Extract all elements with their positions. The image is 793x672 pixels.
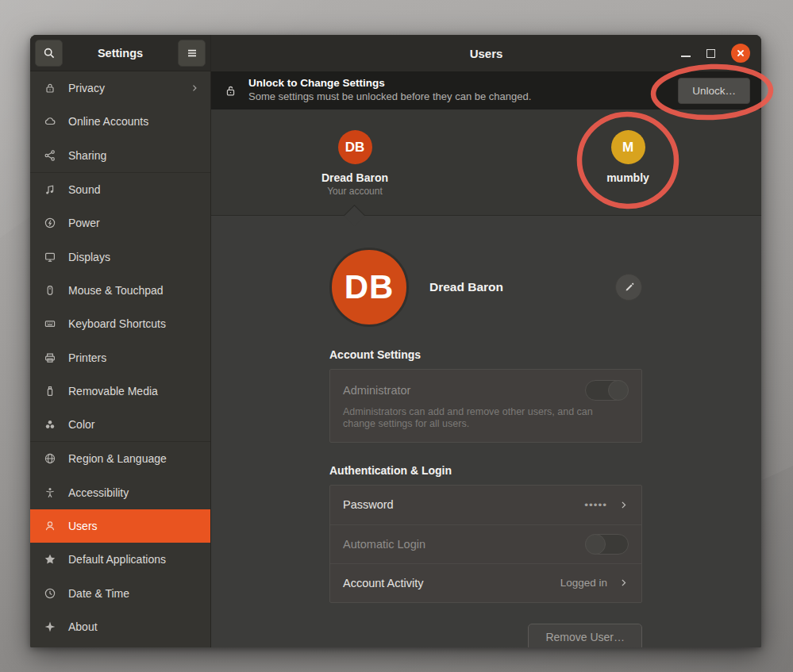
maximize-button[interactable] (706, 49, 715, 58)
minimize-button[interactable] (681, 56, 691, 57)
account-activity-label: Account Activity (343, 577, 424, 589)
hamburger-icon (186, 47, 198, 60)
profile-row: DB Dread Baron (329, 248, 642, 327)
administrator-label: Administrator (343, 384, 410, 397)
settings-window: Settings Privacy (30, 35, 761, 647)
clock-icon (43, 586, 56, 600)
desktop-background: Settings Privacy (0, 0, 793, 672)
keyboard-icon (43, 317, 56, 331)
administrator-row: Administrator Administrators can add and… (330, 370, 641, 442)
sidebar-item-sharing[interactable]: Sharing (30, 139, 210, 172)
users-icon (43, 520, 56, 533)
user-subtitle: Your account (303, 186, 406, 197)
search-button[interactable] (35, 40, 63, 67)
password-label: Password (343, 498, 394, 511)
sidebar-item-privacy[interactable]: Privacy (30, 71, 210, 105)
sidebar-item-removable-media[interactable]: Removable Media (30, 374, 210, 408)
banner-title: Unlock to Change Settings (248, 77, 678, 90)
administrator-description: Administrators can add and remove other … (343, 406, 605, 431)
sidebar-item-power[interactable]: Power (30, 206, 210, 240)
user-carousel: DB Dread Baron Your account M mumbly (211, 109, 761, 216)
sidebar-item-users[interactable]: Users (30, 509, 210, 543)
account-activity-value: Logged in (560, 577, 607, 589)
sidebar-item-keyboard-shortcuts[interactable]: Keyboard Shortcuts (30, 307, 210, 340)
sidebar: Settings Privacy (30, 35, 211, 647)
user-name: Dread Baron (303, 171, 406, 184)
app-title: Settings (63, 47, 178, 60)
remove-user-row: Remove User… (329, 624, 642, 648)
account-activity-row[interactable]: Account Activity Logged in (330, 563, 641, 602)
sidebar-item-displays[interactable]: Displays (30, 240, 210, 273)
lock-icon (43, 82, 56, 95)
sparkle-icon (43, 620, 56, 633)
auth-login-card: Password ••••• Automatic Login Account A… (329, 485, 642, 603)
profile-avatar[interactable]: DB (329, 248, 409, 327)
profile-name: Dread Baron (429, 280, 503, 294)
sidebar-item-about[interactable]: About (30, 610, 210, 643)
mouse-icon (43, 283, 56, 297)
accessibility-icon (43, 486, 56, 499)
user-card-mumbly[interactable]: M mumbly (576, 130, 679, 184)
auth-login-heading: Authentication & Login (329, 464, 642, 477)
user-name: mumbly (576, 171, 679, 184)
sidebar-list: Privacy Online Accounts (30, 71, 210, 647)
sidebar-item-mouse-touchpad[interactable]: Mouse & Touchpad (30, 274, 210, 307)
banner-texts: Unlock to Change Settings Some settings … (248, 77, 678, 103)
automatic-login-toggle[interactable] (585, 534, 629, 555)
users-panel: Users (211, 35, 761, 647)
password-dots: ••••• (584, 499, 607, 511)
user-card-dread-baron[interactable]: DB Dread Baron Your account (303, 130, 406, 197)
sidebar-item-date-time[interactable]: Date & Time (30, 576, 210, 609)
user-details: DB Dread Baron Account Settings (211, 216, 761, 647)
music-note-icon (43, 183, 56, 197)
window-controls (681, 35, 750, 71)
account-settings-card: Administrator Administrators can add and… (329, 369, 642, 443)
lock-icon (224, 84, 237, 98)
sidebar-item-accessibility[interactable]: Accessibility (30, 476, 210, 509)
avatar: DB (338, 130, 372, 164)
display-icon (43, 250, 56, 263)
avatar: M (611, 130, 645, 164)
sidebar-item-online-accounts[interactable]: Online Accounts (30, 105, 210, 138)
account-settings-heading: Account Settings (329, 348, 642, 361)
edit-name-button[interactable] (615, 274, 642, 301)
page-title: Users (470, 47, 503, 60)
sidebar-item-default-applications[interactable]: Default Applications (30, 543, 210, 576)
sidebar-item-color[interactable]: Color (30, 408, 210, 441)
sidebar-header: Settings (30, 35, 210, 71)
automatic-login-label: Automatic Login (343, 538, 425, 551)
sidebar-item-printers[interactable]: Printers (30, 340, 210, 374)
pencil-icon (623, 282, 635, 294)
password-row[interactable]: Password ••••• (330, 486, 641, 524)
power-icon (43, 217, 56, 230)
headerbar: Users (211, 35, 761, 71)
flash-drive-icon (43, 384, 56, 397)
chevron-right-icon (618, 578, 629, 588)
star-icon (43, 553, 56, 566)
remove-user-button[interactable]: Remove User… (528, 624, 642, 648)
share-icon (43, 148, 56, 162)
sidebar-item-sound[interactable]: Sound (30, 173, 210, 206)
banner-subtitle: Some settings must be unlocked before th… (248, 90, 678, 103)
unlock-button[interactable]: Unlock… (678, 78, 750, 104)
menu-button[interactable] (178, 40, 206, 67)
globe-icon (43, 452, 56, 466)
toggle-knob (585, 534, 606, 555)
administrator-toggle[interactable] (585, 380, 629, 401)
cloud-icon (43, 115, 56, 129)
close-icon (736, 48, 745, 58)
automatic-login-row: Automatic Login (330, 524, 641, 563)
chevron-right-icon (190, 83, 199, 93)
search-icon (43, 47, 56, 60)
unlock-banner: Unlock to Change Settings Some settings … (211, 71, 761, 109)
chevron-right-icon (618, 500, 629, 510)
color-icon (43, 418, 56, 432)
toggle-knob (608, 380, 629, 401)
close-button[interactable] (731, 44, 750, 63)
sidebar-item-region-language[interactable]: Region & Language (30, 442, 210, 475)
printer-icon (43, 351, 56, 364)
